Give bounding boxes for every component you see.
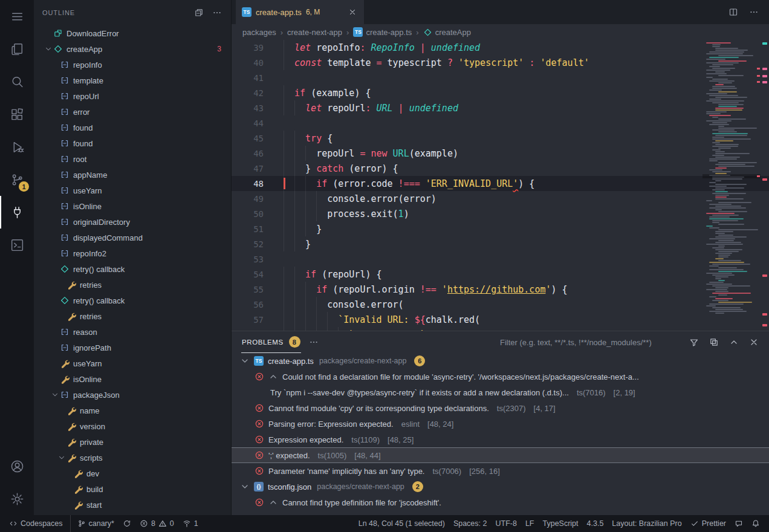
outline-item[interactable]: repoInfo2 [34, 245, 231, 261]
activity-extensions-button[interactable] [0, 98, 34, 131]
breadcrumb-item[interactable]: packages [242, 28, 276, 37]
breadcrumb-item[interactable]: create-next-app [287, 28, 342, 37]
activity-remote-tools-button[interactable] [0, 196, 34, 229]
outline-item[interactable]: createApp3 [34, 41, 231, 57]
collapse-all-icon[interactable] [193, 7, 204, 18]
outline-item[interactable]: private [34, 434, 231, 450]
outline-item[interactable]: useYarn [34, 355, 231, 371]
outline-item[interactable]: dev [34, 465, 231, 481]
code-line-52[interactable]: 52} [232, 236, 769, 251]
status-sync[interactable] [118, 515, 135, 532]
chevron-down-icon[interactable] [50, 390, 60, 400]
breadcrumb-item[interactable]: createApp [423, 28, 471, 37]
problem-row[interactable]: Try `npm i --save-dev @types/async-retry… [232, 384, 769, 400]
status-feedback[interactable] [730, 515, 747, 532]
outline-item[interactable]: found [34, 135, 231, 151]
status-notifications[interactable] [747, 515, 764, 532]
outline-item[interactable]: ignorePath [34, 340, 231, 355]
problem-row[interactable]: Parameter 'name' implicitly has an 'any'… [232, 463, 769, 479]
chevron-down-icon[interactable] [56, 453, 67, 462]
code-line-49[interactable]: 49console.error(error) [232, 191, 769, 206]
outline-item[interactable]: repoInfo [34, 57, 231, 73]
chevron-down-icon[interactable] [240, 356, 250, 366]
activity-account-button[interactable] [0, 450, 34, 482]
status-encoding[interactable]: UTF-8 [491, 515, 521, 532]
outline-item[interactable]: name [34, 403, 231, 418]
outline-item[interactable]: originalDirectory [34, 214, 231, 230]
outline-item[interactable]: retries [34, 277, 231, 293]
code-line-48[interactable]: 48if (error.code !=== 'ERR_INVALID_URL')… [232, 176, 769, 191]
status-problems-summary[interactable]: 80 [135, 515, 178, 532]
more-actions-icon[interactable] [212, 7, 222, 18]
code-editor[interactable]: 39let repoInfo: RepoInfo | undefined40co… [232, 40, 769, 331]
outline-item[interactable]: repoUrl [34, 88, 231, 104]
problem-row[interactable]: Parsing error: Expression expected.eslin… [232, 416, 769, 432]
activity-remote-panel-button[interactable] [0, 229, 34, 261]
status-branch[interactable]: canary* [73, 515, 118, 532]
outline-item[interactable]: retries [34, 308, 231, 324]
filter-icon[interactable] [689, 337, 699, 348]
code-line-56[interactable]: 56console.error( [232, 297, 769, 312]
activity-explorer-button[interactable] [0, 33, 34, 65]
code-line-53[interactable]: 53 [232, 251, 769, 267]
split-editor-icon[interactable] [728, 7, 739, 18]
problem-row[interactable]: Cannot find type definition file for 'js… [232, 495, 769, 510]
code-line-39[interactable]: 39let repoInfo: RepoInfo | undefined [232, 40, 769, 55]
tab-close-icon[interactable] [347, 7, 358, 18]
problem-row[interactable]: The file is in the program because: [232, 510, 769, 515]
outline-item[interactable]: displayedCommand [34, 230, 231, 245]
editor-more-actions-icon[interactable] [748, 7, 759, 18]
outline-item[interactable]: DownloadError [34, 25, 231, 41]
problem-row[interactable]: Could not find a declaration file for mo… [232, 369, 769, 384]
code-line-58[interactable]: 58`"${example}"` [232, 327, 769, 331]
outline-item[interactable]: build [34, 481, 231, 497]
outline-item[interactable]: packageJson [34, 387, 231, 403]
code-line-55[interactable]: 55if (repoUrl.origin !== 'https://github… [232, 282, 769, 297]
maximize-panel-icon[interactable] [728, 337, 739, 348]
status-ts-version[interactable]: 4.3.5 [583, 515, 608, 532]
code-line-54[interactable]: 54if (repoUrl) { [232, 267, 769, 282]
status-indentation[interactable]: Spaces: 2 [449, 515, 492, 532]
code-line-45[interactable]: 45try { [232, 131, 769, 146]
outline-item[interactable]: retry() callback [34, 293, 231, 308]
outline-item[interactable]: isOnline [34, 198, 231, 214]
code-line-40[interactable]: 40const template = typescript ? 'typescr… [232, 55, 769, 70]
outline-item[interactable]: start [34, 497, 231, 513]
outline-item[interactable]: template [34, 73, 231, 88]
status-keyboard-layout[interactable]: Layout: Brazilian Pro [608, 515, 686, 532]
outline-item[interactable]: root [34, 151, 231, 167]
outline-item[interactable]: version [34, 418, 231, 434]
status-prettier[interactable]: Prettier [686, 515, 730, 532]
tab-create-app-ts[interactable]: TS create-app.ts 6, M [236, 0, 364, 24]
status-cursor-position[interactable]: Ln 48, Col 45 (1 selected) [354, 515, 449, 532]
outline-item[interactable]: scripts [34, 450, 231, 465]
status-eol[interactable]: LF [521, 515, 539, 532]
chevron-up-icon[interactable] [268, 498, 278, 507]
code-line-50[interactable]: 50process.exit(1) [232, 206, 769, 221]
code-line-57[interactable]: 57`Invalid URL: ${chalk.red( [232, 312, 769, 327]
status-ports[interactable]: 1 [178, 515, 203, 532]
status-codespaces[interactable]: Codespaces [5, 515, 71, 532]
activity-settings-button[interactable] [0, 482, 34, 515]
problem-row[interactable]: Cannot find module 'cpy' or its correspo… [232, 400, 769, 416]
problem-row[interactable]: Expression expected.ts(1109)[48, 25] [232, 432, 769, 447]
minimap[interactable] [702, 40, 761, 331]
outline-item[interactable]: retry() callback [34, 261, 231, 277]
outline-item[interactable]: useYarn [34, 183, 231, 198]
code-line-43[interactable]: 43let repoUrl: URL | undefined [232, 100, 769, 115]
outline-item[interactable]: appName [34, 167, 231, 183]
outline-item[interactable]: found [34, 120, 231, 135]
code-line-46[interactable]: 46repoUrl = new URL(example) [232, 146, 769, 161]
code-line-44[interactable]: 44 [232, 115, 769, 131]
problems-file-group[interactable]: {}tsconfig.jsonpackages/create-next-app2 [232, 479, 769, 495]
panel-more-actions-icon[interactable] [308, 337, 319, 348]
activity-menu-button[interactable] [0, 0, 34, 33]
code-line-41[interactable]: 41 [232, 70, 769, 85]
problem-row[interactable]: ';' expected.ts(1005)[48, 44] [232, 447, 769, 463]
outline-item[interactable]: error [34, 104, 231, 120]
activity-source-control-button[interactable]: 1 [0, 163, 34, 196]
view-mode-icon[interactable] [709, 337, 719, 348]
outline-item[interactable]: isOnline [34, 371, 231, 387]
outline-item[interactable]: reason [34, 324, 231, 340]
chevron-down-icon[interactable] [43, 44, 53, 54]
